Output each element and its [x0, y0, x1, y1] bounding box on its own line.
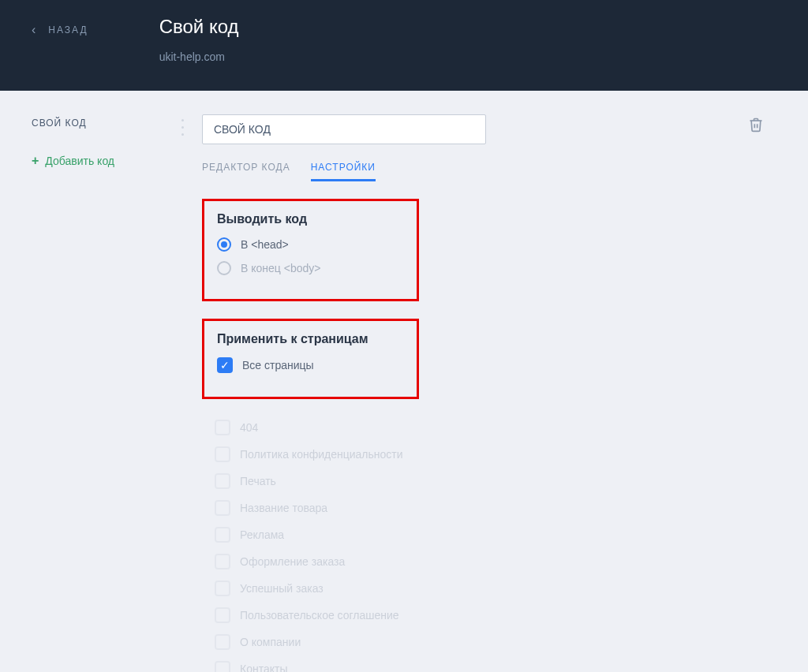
- all-pages-option[interactable]: ✓ Все страницы: [217, 357, 404, 373]
- output-head-label: В <head>: [241, 238, 289, 251]
- section-output-title: Выводить код: [217, 212, 404, 226]
- chevron-left-icon: ‹: [32, 24, 37, 36]
- sidebar-item-mycode[interactable]: СВОЙ КОД: [32, 114, 181, 132]
- all-pages-label: Все страницы: [242, 359, 314, 371]
- page-item-label: Название товара: [240, 502, 327, 514]
- page-item: О компании: [215, 634, 776, 650]
- page-item-label: Оформление заказа: [240, 555, 345, 568]
- page-item: 404: [215, 420, 776, 435]
- output-head-option[interactable]: В <head>: [217, 237, 404, 252]
- page-item-label: Пользовательское соглашение: [240, 609, 399, 622]
- page-item: Печать: [215, 473, 776, 489]
- output-body-option[interactable]: В конец <body>: [217, 261, 404, 275]
- pages-list: 404Политика конфиденциальностиПечатьНазв…: [215, 420, 776, 672]
- header: ‹ НАЗАД Свой код ukit-help.com: [0, 0, 808, 91]
- add-code-label: Добавить код: [45, 155, 114, 167]
- page-subtitle: ukit-help.com: [159, 50, 239, 63]
- checkbox-unchecked-icon: [215, 661, 230, 672]
- section-apply: Применить к страницам ✓ Все страницы: [202, 319, 419, 399]
- main-panel: РЕДАКТОР КОДА НАСТРОЙКИ Выводить код В <…: [202, 114, 776, 672]
- tabs: РЕДАКТОР КОДА НАСТРОЙКИ: [202, 162, 776, 181]
- radio-checked-icon: [217, 237, 231, 252]
- back-button[interactable]: ‹ НАЗАД: [32, 24, 88, 36]
- sidebar-resize-handle[interactable]: [181, 119, 185, 672]
- checkbox-unchecked-icon: [215, 581, 230, 596]
- page-item: Успешный заказ: [215, 581, 776, 596]
- checkbox-unchecked-icon: [215, 527, 230, 543]
- radio-unchecked-icon: [217, 261, 231, 275]
- tab-editor[interactable]: РЕДАКТОР КОДА: [202, 162, 290, 181]
- delete-button[interactable]: [748, 117, 764, 136]
- page-item: Политика конфиденциальности: [215, 446, 776, 462]
- add-code-button[interactable]: + Добавить код: [32, 154, 181, 168]
- sidebar: СВОЙ КОД + Добавить код: [32, 114, 181, 672]
- page-item: Название товара: [215, 500, 776, 516]
- page-item: Пользовательское соглашение: [215, 607, 776, 623]
- page-item: Контакты: [215, 661, 776, 672]
- page-item-label: О компании: [240, 636, 301, 648]
- page-item-label: Политика конфиденциальности: [240, 448, 403, 461]
- code-name-input[interactable]: [202, 114, 486, 144]
- trash-icon: [748, 117, 764, 133]
- checkbox-checked-icon: ✓: [217, 357, 233, 373]
- section-output: Выводить код В <head> В конец <body>: [202, 199, 419, 301]
- section-apply-title: Применить к страницам: [217, 332, 404, 346]
- checkbox-unchecked-icon: [215, 634, 230, 650]
- page-item: Реклама: [215, 527, 776, 543]
- page-item-label: Печать: [240, 475, 276, 487]
- checkbox-unchecked-icon: [215, 500, 230, 516]
- checkbox-unchecked-icon: [215, 607, 230, 623]
- tab-settings[interactable]: НАСТРОЙКИ: [311, 162, 376, 181]
- page-item-label: 404: [240, 421, 258, 434]
- checkbox-unchecked-icon: [215, 473, 230, 489]
- page-item: Оформление заказа: [215, 554, 776, 569]
- page-item-label: Реклама: [240, 528, 284, 541]
- page-item-label: Контакты: [240, 663, 287, 672]
- checkbox-unchecked-icon: [215, 446, 230, 462]
- page-item-label: Успешный заказ: [240, 582, 324, 595]
- page-title: Свой код: [159, 16, 239, 38]
- output-body-label: В конец <body>: [241, 262, 320, 274]
- back-label: НАЗАД: [48, 24, 88, 35]
- checkbox-unchecked-icon: [215, 554, 230, 569]
- checkbox-unchecked-icon: [215, 420, 230, 435]
- plus-icon: +: [32, 154, 39, 168]
